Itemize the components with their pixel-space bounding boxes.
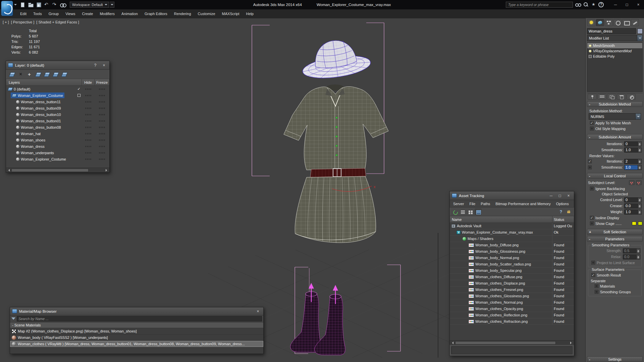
asset-row[interactable]: Woman_Explorer_Costume_max_vray.max Ok [450, 229, 574, 236]
maximize-button[interactable]: □ [556, 192, 563, 199]
edge-subobject-icon[interactable] [636, 180, 642, 185]
minimize-button[interactable]: ─ [610, 0, 621, 9]
set-current-layer-icon[interactable] [44, 72, 50, 77]
highlight-layer-icon[interactable] [52, 72, 59, 77]
list-view-icon[interactable] [460, 209, 466, 215]
selected-cage-color-swatch[interactable] [638, 222, 642, 225]
asset-row[interactable]: Woman_clothes_Fresnel.png Found [450, 287, 574, 293]
context-help-icon[interactable]: ? [558, 209, 564, 215]
scroll-left-arrow[interactable] [6, 168, 11, 173]
magnifier-icon[interactable] [582, 1, 589, 8]
layer-row[interactable]: Woman_dress_button08 [6, 124, 109, 130]
current-layer-marker[interactable] [76, 94, 82, 98]
asset-horizontal-scrollbar[interactable] [450, 340, 574, 345]
apply-to-whole-mesh-checkbox[interactable]: Apply To Whole Mesh [590, 120, 642, 126]
isoline-display-checkbox[interactable]: Isoline Display [590, 215, 642, 221]
checkbox-icon[interactable] [590, 127, 594, 130]
show-cage-checkbox[interactable]: Show Cage ...... [590, 221, 642, 226]
rollout-parameters[interactable]: - Parameters [587, 236, 643, 242]
freeze-toggle[interactable] [95, 152, 109, 154]
asset-menu-item[interactable]: Paths [478, 202, 493, 206]
asset-row[interactable]: Woman_clothes_Displace.png Found [450, 280, 574, 287]
rollout-subdivision-method[interactable]: - Subdivision Method [587, 101, 643, 107]
asset-row[interactable]: Woman_body_Glossiness.png Found [450, 248, 574, 255]
close-button[interactable]: × [101, 62, 107, 69]
render-iterations-checkbox[interactable] [588, 160, 592, 163]
scroll-left-arrow[interactable] [450, 341, 454, 345]
checkbox-icon[interactable] [590, 121, 594, 125]
hide-toggle[interactable] [82, 133, 95, 134]
pin-stack-icon[interactable] [588, 94, 597, 100]
modifier-stack-item[interactable]: VRayDisplacementMod [587, 48, 642, 54]
asset-row[interactable]: Woman_clothes_Refraction.png Found [450, 318, 574, 325]
save-file-icon[interactable] [35, 1, 42, 8]
filter-funnel-icon[interactable] [11, 317, 15, 322]
scene-materials-section-header[interactable]: - Scene Materials [10, 322, 263, 328]
material-row[interactable]: Map #2 (Woman_clothes_Displace.png) [Wom… [10, 328, 263, 335]
menu-item[interactable]: Create [78, 9, 96, 18]
modifier-icon[interactable] [589, 55, 592, 58]
freeze-toggle[interactable] [95, 101, 109, 103]
modifier-stack-item[interactable]: Editable Poly [587, 54, 642, 59]
select-layer-objects-icon[interactable] [35, 72, 41, 77]
asset-menu-item[interactable]: Server [450, 202, 467, 206]
hide-toggle[interactable] [82, 139, 95, 141]
show-end-result-icon[interactable] [597, 94, 606, 100]
material-search-input[interactable] [17, 316, 262, 321]
minimize-button[interactable]: ─ [548, 192, 554, 199]
rollout-settings[interactable]: - Settings [587, 356, 643, 362]
layer-row[interactable]: Woman_dress_button10 [6, 111, 109, 118]
asset-menu-item[interactable]: File [467, 202, 478, 206]
asset-row[interactable]: Woman_clothes_Normal.png Found [450, 299, 574, 306]
open-file-icon[interactable] [27, 1, 34, 8]
layer-row[interactable]: Woman_underpants [6, 149, 109, 156]
weight-spinner[interactable]: 1.0 [624, 209, 642, 215]
material-browser-titlebar[interactable]: Material/Map Browser × [10, 307, 263, 315]
project-to-limit-checkbox[interactable]: Project to Limit Surface [591, 260, 641, 265]
configure-modifier-sets-icon[interactable] [627, 94, 636, 100]
help-search-input[interactable] [506, 2, 573, 8]
layer-row[interactable]: Woman_Explorer_Costume [6, 92, 109, 99]
new-layer-icon[interactable] [9, 72, 15, 77]
layer-row[interactable]: Woman_shoes [6, 137, 109, 143]
freeze-toggle[interactable] [95, 108, 109, 109]
asset-menu-item[interactable]: Options [553, 202, 572, 206]
viewport-menu-pov[interactable]: [ Perspective ] [11, 20, 35, 24]
freeze-toggle[interactable] [95, 120, 109, 122]
checkbox-icon[interactable] [595, 284, 598, 288]
asset-row[interactable]: Autodesk Vault Logged Ou [450, 223, 574, 229]
hide-toggle[interactable] [82, 88, 95, 90]
thumbnail-view-icon[interactable] [467, 209, 474, 215]
asset-row[interactable]: Woman_clothes_Opacity.png Found [450, 306, 574, 312]
scrollbar-thumb[interactable] [455, 341, 556, 345]
subdivision-method-dropdown[interactable]: NURMS [589, 113, 641, 120]
material-row[interactable]: Woman_body ( VRayFastSSS2 ) [Woman_under… [10, 335, 263, 341]
app-menu-caret-icon[interactable] [14, 4, 17, 7]
asset-row[interactable]: Woman_clothes_Reflection.png Found [450, 312, 574, 318]
smooth-result-checkbox[interactable]: Smooth Result [591, 272, 641, 278]
freeze-toggle[interactable] [95, 159, 109, 160]
freeze-toggle[interactable] [95, 133, 109, 134]
hide-toggle[interactable] [82, 95, 95, 96]
rollout-subdivision-amount[interactable]: - Subdivision Amount [587, 134, 643, 140]
viewport-menu-general[interactable]: [ + ] [3, 20, 9, 24]
help-button[interactable]: ? [92, 62, 99, 69]
motion-tab-icon[interactable] [613, 19, 622, 26]
ignore-backfacing-checkbox[interactable]: Ignore Backfacing [590, 186, 642, 191]
max-logo-button[interactable] [1, 1, 13, 16]
menu-item[interactable]: Customize [195, 9, 219, 18]
scroll-right-arrow[interactable] [569, 341, 574, 345]
checkbox-icon[interactable] [591, 273, 595, 277]
hide-toggle[interactable] [82, 120, 95, 122]
new-scene-icon[interactable] [19, 1, 26, 8]
close-button[interactable]: × [255, 308, 261, 315]
render-smoothness-checkbox[interactable] [588, 166, 592, 169]
search-icon[interactable] [574, 1, 581, 8]
make-unique-icon[interactable] [607, 94, 616, 100]
add-selection-to-layer-icon[interactable]: + [26, 72, 33, 77]
checkbox-icon[interactable] [591, 261, 595, 264]
menu-item[interactable]: Tools [30, 9, 45, 18]
workspace-split-button[interactable] [110, 2, 114, 8]
menu-item[interactable]: Help [243, 9, 257, 18]
freeze-toggle[interactable] [95, 127, 109, 128]
